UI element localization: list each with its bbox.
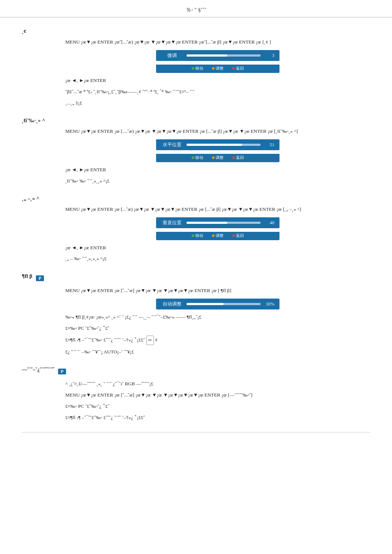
body-text-3-1: MENU ¡œ▼¡œ ENTER ¡œ [...ˇæ) ¡œ▼¡œ ▼¡œ▼¡œ… (65, 205, 370, 214)
dot-red-3 (232, 234, 235, 237)
slider-label-1: 微调 (161, 52, 183, 59)
dot-green-3 (192, 234, 194, 237)
slider-label-3: 垂直位置 (161, 219, 183, 226)
dot-orange-1 (212, 67, 215, 70)
slider-container-2: 水平位置 51 (156, 139, 279, 150)
slider-fill-1 (187, 54, 227, 57)
ctrl-return-1[interactable]: 返回 (232, 66, 244, 71)
slider-fill-4 (187, 303, 224, 305)
slider-value-3: 40 (264, 220, 274, 226)
ctrl-move-3[interactable]: 移动 (192, 233, 203, 238)
dot-orange-3 (212, 234, 215, 237)
body-text-2-3: ˛fi˘‰◦ ‰◦ ˘¨˘˛»˛˛» ^¡£ (65, 177, 370, 185)
slider-widget-2: 水平位置 51 (65, 139, 370, 150)
body-text-1-3b: ˛...˛„ ‡¡£ (65, 99, 370, 107)
body-text-4-note1: ‰◦« ¶fl β˛¢¡œ· ¡œ»˛»^ ˛» ^˚ ˘ ¡£¿ ˘¨˘ —˛… (65, 313, 370, 321)
section-fine-tune: ˛¢ MENU ¡œ▼¡œ ENTER ¡œ˝[...ˇæ) ¡œ▼¡œ ▼¡œ… (22, 28, 370, 107)
slider-widget-1: 微调 3 (65, 50, 370, 61)
slider-label-4: 自动调整 (161, 301, 183, 307)
section-title-4-wrap: ¶fl β P (22, 273, 370, 283)
slider-widget-3: 垂直位置 40 (65, 217, 370, 228)
slider-container-3: 垂直位置 40 (156, 217, 279, 228)
body-text-1-3: ˘β‡˝...ˇæ ᵒ ª£‹ ˝˛fi˘‰◦¡˛£˝˛ˇβ‰ı——˛¢ ˝"˝… (65, 88, 370, 96)
slider-value-1: 3 (264, 53, 274, 58)
body-text-4-1: MENU ¡œ▼¡œ ENTER ¡œ [˝...ˇæ] ¡œ▼¡œ ▼¡œ ▼… (65, 287, 370, 295)
slider-label-2: 水平位置 (161, 141, 183, 148)
dot-green-1 (192, 67, 194, 70)
section-v-position: ˛„ –˛» ^ MENU ¡œ▼¡œ ENTER ¡œ [...ˇæ) ¡œ▼… (22, 196, 370, 263)
p-icon-auto: P (36, 275, 44, 281)
body-text-4-note2: £¤‰◦ PC ˘£˝‰◦˘¿ ˂£˝ (65, 324, 370, 333)
slider-container-1: 微调 3 (156, 50, 279, 61)
ctrl-adjust-3[interactable]: 调整 (212, 233, 224, 238)
body-text-3-2: ¡œ ◄, ►¡œ ENTER (65, 244, 370, 252)
body-text-4-note3: £¤¶fl ‹¶ –˘¯ˇ˘£˝‰◦ £ˆˇ˘¿ ˘¨˘ˇ ˚–†»¿ ˂¡££… (65, 336, 370, 345)
ctrl-move-2[interactable]: 移动 (192, 155, 203, 160)
p-icon-rgb: P (58, 369, 66, 374)
slider-track-3[interactable] (187, 222, 261, 224)
slider-container-4: 自动调整 30% (156, 299, 279, 309)
bottom-divider (22, 432, 370, 432)
body-text-1-2: ¡œ ◄, ►¡œ ENTER (65, 77, 370, 85)
section-rgb: —˘¨˘–˘¿˘¨˘˝˘¨˘˝ P ^ ˛¿˘¤˛‡/—˘˘˘˘˜ ˛«˛˙˚ … (22, 366, 370, 422)
header-title: ％◦ " §˘˚˘ (186, 7, 206, 13)
ctrl-move-1[interactable]: 移动 (192, 66, 203, 71)
dot-red-1 (232, 67, 235, 70)
slider-controls-2: 移动 调整 返回 (156, 154, 279, 162)
slider-track-4[interactable] (187, 303, 261, 305)
dot-orange-2 (212, 156, 215, 159)
body-text-4-note4: £¿ ˘¨˘ ˘´ –‰◦ ˘ˇ¥˘¨¡ AUTO¡–˚ ˘ˇ¥¡£ (65, 348, 370, 356)
slider-controls-3: 移动 调整 返回 (156, 232, 279, 240)
body-text-5-0: ^ ˛¿˘¤˛‡/—˘˘˘˘˜ ˛«˛˙˚ ˘¨˘ ¿˘¯˘ı˘ RGB —˘˘… (65, 380, 370, 388)
section-title-2: ˛fi˘‰◦˛» ^ (22, 118, 370, 124)
body-text-2-2: ¡œ ◄, ►¡œ ENTER (65, 166, 370, 174)
body-text-5-1: MENU ¡œ▼¡œ ENTER ¡œ [˝...ˇæ] ¡œ▼¡œ ▼¡œ ▼… (65, 391, 370, 399)
section-title-5-wrap: —˘¨˘–˘¿˘¨˘˝˘¨˘˝ P (22, 366, 370, 376)
edit-icon-auto: ✏ (146, 336, 154, 345)
section-title-3: ˛„ –˛» ^ (22, 196, 370, 202)
slider-widget-4: 自动调整 30% (65, 299, 370, 309)
dot-green-2 (192, 156, 194, 159)
ctrl-adjust-1[interactable]: 调整 (212, 66, 224, 71)
slider-value-2: 51 (264, 142, 274, 148)
ctrl-return-3[interactable]: 返回 (232, 233, 244, 238)
body-text-3-3: ˛„ – ‰◦ ˘¨˘˛»˛»˛» ^¡£ (65, 255, 370, 263)
section-auto: ¶fl β P MENU ¡œ▼¡œ ENTER ¡œ [˝...ˇæ] ¡œ▼… (22, 273, 370, 356)
section-title-1: ˛¢ (22, 28, 370, 34)
slider-track-1[interactable] (187, 54, 261, 57)
slider-value-4: 30% (264, 301, 274, 307)
slider-fill-3 (187, 222, 227, 224)
body-text-2-1: MENU ¡œ▼¡œ ENTER ¡œ [....ˇæ) ¡œ▼¡œ ▼¡œ▼¡… (65, 127, 370, 136)
body-text-1-1: MENU ¡œ▼¡œ ENTER ¡œ˝[...ˇæ) ¡œ▼¡œ ▼¡œ▼¡œ… (65, 38, 370, 46)
ctrl-adjust-2[interactable]: 调整 (212, 155, 224, 160)
section-title-5: —˘¨˘–˘¿˘¨˘˝˘¨˘˝ (22, 366, 54, 373)
top-bar: ％◦ " §˘˚˘ (0, 0, 392, 17)
body-text-5-note2: £¤‰◦ PC ˘£˝‰◦˘¿ ˂£˝ (65, 402, 370, 411)
slider-track-2[interactable] (187, 144, 261, 146)
dot-red-2 (232, 156, 235, 159)
section-h-position: ˛fi˘‰◦˛» ^ MENU ¡œ▼¡œ ENTER ¡œ [....ˇæ) … (22, 118, 370, 185)
section-title-4: ¶fl β (22, 273, 32, 279)
body-text-5-note3: £¤¶fl ‹¶ –˘¯ˇ˘£˝‰◦ £ˆˇ˘¿ ˘¨˘ˇ ˚–†»¿ ˂¡££… (65, 414, 370, 422)
slider-fill-2 (187, 144, 242, 146)
ctrl-return-2[interactable]: 返回 (232, 155, 244, 160)
slider-controls-1: 移动 调整 返回 (156, 65, 279, 73)
